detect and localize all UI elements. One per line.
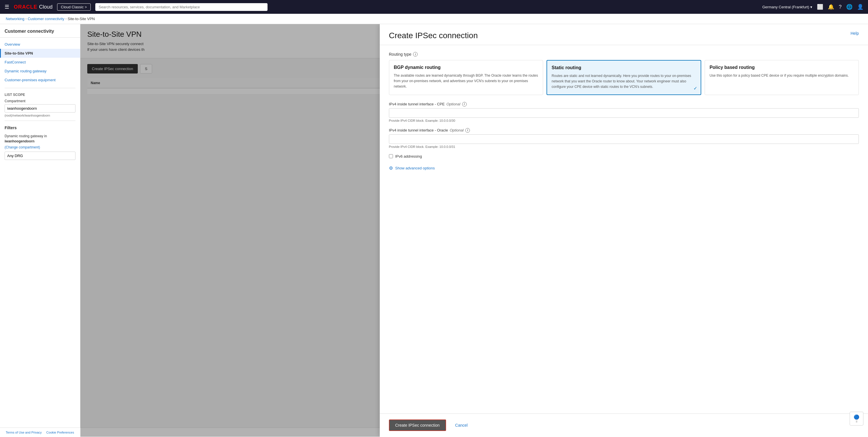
cancel-button[interactable]: Cancel (451, 420, 472, 430)
sliders-icon: ⚙ (389, 165, 393, 171)
oracle-text: ORACLE (14, 4, 37, 10)
breadcrumb-sep2: › (65, 17, 66, 21)
search-bar (95, 3, 268, 11)
breadcrumb: Networking › Customer connectivity › Sit… (0, 14, 868, 24)
cookie-preferences-link[interactable]: Cookie Preferences (46, 431, 74, 434)
modal-title: Create IPSec connection (389, 31, 478, 40)
chevron-down-icon: ▾ (810, 5, 812, 9)
compartment-label: Compartment (5, 99, 75, 103)
sidebar-item-customer-premises-equipment[interactable]: Customer-premises equipment (0, 75, 80, 85)
policy-card-title: Policy based routing (710, 65, 854, 70)
sidebar-item-dynamic-routing-gateway[interactable]: Dynamic routing gateway (0, 67, 80, 75)
topbar-right: Germany Central (Frankfurt) ▾ ⬜ 🔔 ? 🌐 👤 (763, 4, 863, 10)
sidebar-item-site-to-site-vpn[interactable]: Site-to-Site VPN (0, 49, 80, 58)
region-selector[interactable]: Germany Central (Frankfurt) ▾ (763, 5, 812, 9)
menu-icon[interactable]: ☰ (5, 4, 9, 10)
sidebar-divider-1 (5, 88, 75, 88)
routing-cards: BGP dynamic routing The available routes… (389, 60, 859, 95)
notification-bell-icon[interactable]: 🔔 (828, 4, 834, 10)
terminal-icon[interactable]: ⬜ (817, 4, 823, 10)
sidebar-divider-2 (5, 121, 75, 121)
routing-card-bgp[interactable]: BGP dynamic routing The available routes… (389, 60, 543, 95)
ipv6-label[interactable]: IPv6 addressing (395, 154, 422, 158)
cloud-classic-button[interactable]: Cloud Classic > (57, 3, 91, 11)
modal-help-link[interactable]: Help (850, 31, 859, 36)
modal-header: Create IPSec connection Help (380, 24, 868, 45)
breadcrumb-networking[interactable]: Networking (6, 17, 24, 21)
policy-card-description: Use this option for a policy based CPE d… (710, 73, 854, 79)
ipv4-oracle-hint: Provide IPv4 CIDR block. Example: 10.0.0… (389, 145, 859, 149)
ipv4-cpe-label: IPv4 inside tunnel interface - CPE Optio… (389, 102, 859, 106)
routing-type-info-icon[interactable]: i (413, 52, 417, 57)
ipv4-cpe-optional: Optional (446, 102, 460, 106)
drg-select-wrapper: Any DRG (5, 152, 75, 160)
list-scope-label: List scope (5, 93, 75, 97)
oracle-logo: ORACLE Cloud (14, 4, 53, 10)
breadcrumb-customer-connectivity[interactable]: Customer connectivity (28, 17, 64, 21)
compartment-path: (root)/network/iwanhoogendoorn (5, 114, 75, 117)
ipv4-oracle-label: IPv4 inside tunnel interface - Oracle Op… (389, 128, 859, 133)
search-input[interactable] (95, 3, 268, 11)
ipv4-oracle-optional: Optional (450, 128, 464, 132)
topbar: ☰ ORACLE Cloud Cloud Classic > Germany C… (0, 0, 868, 14)
static-card-title: Static routing (552, 65, 696, 70)
routing-card-static[interactable]: Static routing Routes are static and not… (547, 60, 701, 95)
compartment-select[interactable]: iwanhoogendoorn (5, 104, 75, 113)
filter-drg-text: Dynamic routing gateway in iwanhoogendoo… (5, 133, 75, 144)
user-avatar-icon[interactable]: 👤 (857, 4, 863, 10)
topbar-icons: ⬜ 🔔 ? 🌐 👤 (817, 4, 863, 10)
sidebar-item-fastconnect[interactable]: FastConnect (0, 58, 80, 67)
ipv4-oracle-info-icon[interactable]: i (465, 128, 470, 133)
advanced-options-text: Show advanced options (395, 166, 435, 170)
bgp-card-title: BGP dynamic routing (394, 65, 538, 70)
filter-drg-name: iwanhoogendoorn (5, 139, 34, 143)
filters-label: Filters (5, 125, 75, 130)
help-widget-grid-icon: ⠿ (856, 420, 858, 423)
help-circle-icon[interactable]: ? (839, 4, 842, 10)
breadcrumb-current: Site-to-Site VPN (68, 17, 95, 21)
bgp-card-description: The available routes are learned dynamic… (394, 73, 538, 90)
create-ipsec-submit-button[interactable]: Create IPSec connection (389, 419, 446, 431)
ipv4-cpe-label-text: IPv4 inside tunnel interface - CPE (389, 102, 445, 106)
cloud-text: Cloud (39, 4, 53, 10)
modal-create-ipsec: Create IPSec connection Help Routing typ… (380, 24, 868, 437)
static-card-description: Routes are static and not learned dynami… (552, 73, 696, 90)
sidebar: Customer connectivity Overview Site-to-S… (0, 24, 81, 437)
ipv4-cpe-input[interactable] (389, 108, 859, 118)
ipv4-cpe-info-icon[interactable]: i (462, 102, 467, 106)
ipv4-oracle-group: IPv4 inside tunnel interface - Oracle Op… (389, 128, 859, 149)
ipv4-oracle-label-text: IPv4 inside tunnel interface - Oracle (389, 128, 448, 132)
sidebar-item-overview[interactable]: Overview (0, 40, 80, 49)
region-text: Germany Central (Frankfurt) (763, 5, 809, 9)
help-widget-icon: 🔵 (854, 414, 859, 420)
content-area: Site-to-Site VPN Site-to-Site VPN secure… (81, 24, 868, 437)
main-layout: Customer connectivity Overview Site-to-S… (0, 24, 868, 437)
modal-body: Routing type i BGP dynamic routing The a… (380, 45, 868, 413)
ipv6-addressing-group: IPv6 addressing (389, 154, 859, 158)
modal-footer: Create IPSec connection Cancel (380, 413, 868, 437)
change-compartment-link[interactable]: (Change compartment) (5, 145, 40, 149)
ipv4-cpe-group: IPv4 inside tunnel interface - CPE Optio… (389, 102, 859, 122)
sidebar-title: Customer connectivity (0, 29, 80, 38)
filters-section: Filters Dynamic routing gateway in iwanh… (0, 125, 80, 160)
breadcrumb-sep1: › (26, 17, 26, 21)
routing-card-policy[interactable]: Policy based routing Use this option for… (705, 60, 859, 95)
routing-type-text: Routing type (389, 52, 412, 57)
sidebar-nav: Overview Site-to-Site VPN FastConnect Dy… (0, 40, 80, 85)
footer-links: Terms of Use and Privacy Cookie Preferen… (6, 431, 74, 434)
ipv4-oracle-input[interactable] (389, 134, 859, 144)
show-advanced-options-link[interactable]: ⚙ Show advanced options (389, 165, 859, 171)
terms-link[interactable]: Terms of Use and Privacy (6, 431, 42, 434)
ipv6-checkbox[interactable] (389, 154, 393, 158)
ipv4-cpe-hint: Provide IPv4 CIDR block. Example: 10.0.0… (389, 119, 859, 122)
help-widget[interactable]: 🔵 ⠿ (849, 412, 863, 426)
static-card-checkmark: ✓ (693, 86, 697, 91)
routing-type-label: Routing type i (389, 52, 859, 57)
drg-select[interactable]: Any DRG (5, 152, 75, 160)
globe-icon[interactable]: 🌐 (846, 4, 852, 10)
list-scope-section: List scope Compartment iwanhoogendoorn (… (0, 93, 80, 117)
filter-drg-prefix: Dynamic routing gateway in (5, 134, 47, 138)
